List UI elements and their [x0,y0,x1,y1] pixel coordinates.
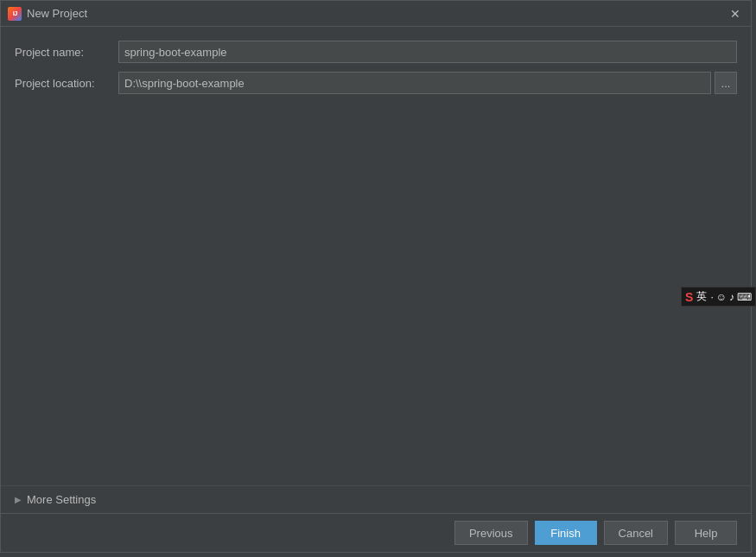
close-button[interactable]: ✕ [727,5,744,22]
project-name-label: Project name: [15,46,118,59]
ime-toolbar: S 英 · ☺ ♪ ⌨ [681,287,756,307]
project-location-label: Project location: [15,77,118,90]
project-location-input[interactable] [118,72,711,94]
project-location-input-group: ... [118,72,737,94]
content-spacer [15,103,737,485]
ime-s-icon: S [685,290,693,304]
finish-button[interactable]: Finish [535,521,597,545]
more-settings-label: More Settings [27,493,96,506]
help-button[interactable]: Help [675,521,737,545]
expand-icon: ▶ [15,495,22,504]
intellij-logo: IJ [8,7,22,21]
ime-punct-icon: · [710,291,713,303]
ime-emoji-icon: ☺ [716,291,727,303]
dialog-content: Project name: Project location: ... ▶ Mo… [1,27,751,513]
ime-lang-indicator: 英 [696,289,707,304]
more-settings-row[interactable]: ▶ More Settings [1,485,751,513]
dialog-footer: Previous Finish Cancel Help [1,513,751,552]
dialog-title: New Project [27,7,87,20]
new-project-dialog: IJ New Project ✕ Project name: Project l… [0,0,752,553]
dialog-overlay: IJ New Project ✕ Project name: Project l… [0,0,756,557]
title-bar-left: IJ New Project [8,7,87,21]
cancel-button[interactable]: Cancel [604,521,668,545]
app-icon: IJ [8,7,22,21]
project-location-row: Project location: ... [15,72,737,94]
title-bar: IJ New Project ✕ [1,1,751,27]
previous-button[interactable]: Previous [454,521,528,545]
project-name-input[interactable] [118,41,737,63]
project-name-row: Project name: [15,41,737,63]
browse-button[interactable]: ... [715,72,737,94]
ime-icons-group: · ☺ ♪ ⌨ [710,291,752,303]
ime-keyboard-icon: ⌨ [737,291,752,303]
ime-mic-icon: ♪ [729,291,734,303]
